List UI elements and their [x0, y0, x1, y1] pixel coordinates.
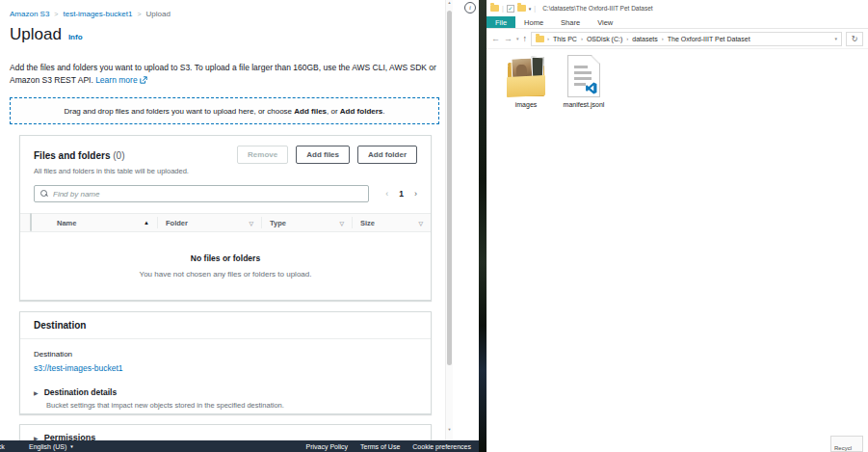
location-folder-icon: [536, 36, 544, 42]
add-folder-button[interactable]: Add folder: [357, 146, 417, 164]
files-panel-title: Files and folders (0): [34, 150, 124, 161]
address-separator-icon: ›: [581, 36, 583, 41]
tab-share[interactable]: Share: [552, 16, 589, 28]
address-segment-osdisk[interactable]: OSDisk (C:): [587, 36, 622, 42]
empty-state-subtitle: You have not chosen any files or folders…: [20, 270, 431, 279]
forward-icon[interactable]: →: [504, 35, 513, 43]
breadcrumb-separator-icon: >: [137, 11, 141, 17]
empty-state: No files or folders You have not chosen …: [20, 232, 431, 279]
page-number[interactable]: 1: [399, 189, 404, 199]
ribbon-tabs: File Home Share View: [487, 16, 868, 29]
destination-details-toggle[interactable]: ▶ Destination details: [34, 387, 417, 397]
info-icon[interactable]: i: [464, 2, 476, 13]
address-separator-icon: ›: [662, 36, 664, 41]
aws-page-content: Amazon S3 > test-images-bucket1 > Upload…: [0, 0, 445, 441]
column-header-size[interactable]: Size ▽: [352, 217, 431, 228]
column-header-folder[interactable]: Folder ▽: [157, 217, 261, 228]
explorer-file-list: images manifest.jsonl: [487, 49, 868, 435]
new-folder-icon[interactable]: [517, 5, 526, 12]
address-history-icon[interactable]: ▾: [834, 36, 837, 41]
images-folder-icon: [505, 54, 547, 98]
separator: |: [502, 5, 504, 12]
empty-state-title: No files or folders: [20, 253, 431, 263]
filter-icon: ▽: [249, 220, 253, 226]
learn-more-link[interactable]: Learn more: [95, 75, 137, 85]
language-selector[interactable]: English (US) ▼: [29, 443, 74, 450]
feedback-link[interactable]: Feedback: [0, 443, 5, 450]
pagination: ‹ 1 ›: [369, 189, 417, 199]
permissions-panel: ▶ Permissions: [19, 424, 432, 441]
filter-icon: ▽: [418, 220, 423, 226]
dropzone[interactable]: Drag and drop files and folders you want…: [10, 97, 439, 124]
info-link[interactable]: Info: [68, 33, 83, 41]
search-row: ‹ 1 ›: [34, 185, 417, 202]
aws-console-window: Amazon S3 > test-images-bucket1 > Upload…: [0, 0, 479, 452]
search-input[interactable]: [53, 190, 362, 199]
sort-ascending-icon: ▲: [144, 220, 149, 226]
item-label: images: [515, 101, 538, 108]
external-link-icon: [140, 75, 147, 88]
dropzone-text: Drag and drop files and folders you want…: [64, 107, 384, 116]
properties-icon[interactable]: ✓: [507, 5, 514, 13]
search-box[interactable]: [34, 185, 369, 202]
dropdown-arrow-icon: ▼: [69, 444, 73, 449]
refresh-button[interactable]: ↻: [846, 32, 863, 46]
remove-button[interactable]: Remove: [237, 146, 288, 164]
breadcrumb: Amazon S3 > test-images-bucket1 > Upload: [10, 10, 171, 18]
address-breadcrumb: › This PC › OSDisk (C:) › datasets › The…: [547, 36, 831, 42]
tab-view[interactable]: View: [589, 16, 621, 28]
address-separator-icon: ›: [547, 36, 549, 41]
info-rail: i: [453, 0, 479, 441]
destination-field-label: Destination: [34, 350, 417, 359]
page-title-row: Upload Info: [10, 25, 83, 44]
column-header-type[interactable]: Type ▽: [261, 217, 352, 228]
dogear-corner: [591, 56, 599, 65]
destination-bucket-link[interactable]: s3://test-images-bucket1: [34, 363, 417, 373]
address-segment-dataset-folder[interactable]: The Oxford-IIIT Pet Dataset: [668, 36, 750, 42]
search-icon: [40, 190, 48, 198]
files-panel-actions: Remove Add files Add folder: [237, 146, 417, 164]
destination-panel-title: Destination: [20, 312, 431, 339]
terms-of-use-link[interactable]: Terms of Use: [360, 443, 400, 450]
scrollbar-thumb[interactable]: [447, 11, 452, 365]
desktop-wallpaper-strip: [479, 0, 487, 452]
address-segment-datasets[interactable]: datasets: [632, 36, 657, 42]
page-prev-icon[interactable]: ‹: [385, 189, 388, 199]
destination-panel-body: Destination s3://test-images-bucket1 ▶ D…: [20, 339, 431, 410]
recent-locations-icon[interactable]: ▾: [516, 36, 519, 41]
cookie-preferences-link[interactable]: Cookie preferences: [412, 443, 471, 450]
address-segment-this-pc[interactable]: This PC: [553, 36, 577, 42]
vertical-scrollbar[interactable]: ▲ ▼: [445, 0, 453, 441]
separator: |: [534, 5, 536, 12]
up-icon[interactable]: ↑: [523, 35, 528, 43]
select-all-checkbox[interactable]: [30, 213, 32, 231]
add-files-button[interactable]: Add files: [296, 146, 350, 164]
item-label: manifest.jsonl: [564, 101, 605, 108]
list-item-images-folder[interactable]: images: [499, 54, 553, 108]
tab-home[interactable]: Home: [515, 16, 552, 28]
destination-panel: Destination Destination s3://test-images…: [19, 311, 432, 414]
files-panel-subtitle: All files and folders in this table will…: [20, 164, 431, 175]
files-and-folders-panel: Files and folders (0) Remove Add files A…: [19, 135, 432, 301]
tab-file[interactable]: File: [487, 16, 515, 28]
breadcrumb-separator-icon: >: [54, 11, 58, 17]
back-icon[interactable]: ←: [491, 35, 500, 43]
scroll-up-icon[interactable]: ▲: [446, 0, 453, 5]
filter-icon: ▽: [339, 220, 344, 226]
address-bar-row: ← → ▾ ↑ › This PC › OSDisk (C:) › datase…: [487, 29, 868, 49]
privacy-policy-link[interactable]: Privacy Policy: [305, 443, 348, 450]
refresh-icon: ↻: [852, 35, 858, 43]
breadcrumb-amazon-s3[interactable]: Amazon S3: [10, 10, 49, 18]
intro-text: Add the files and folders you want to up…: [10, 63, 436, 85]
table-header-row: Name ▲ Folder ▽ Type ▽ Size ▽: [20, 213, 431, 232]
files-panel-header: Files and folders (0) Remove Add files A…: [20, 136, 431, 164]
breadcrumb-bucket[interactable]: test-images-bucket1: [63, 10, 132, 18]
address-bar[interactable]: › This PC › OSDisk (C:) › datasets › The…: [531, 32, 842, 46]
scroll-down-icon[interactable]: ▼: [446, 427, 453, 432]
column-header-name[interactable]: Name ▲: [49, 217, 157, 228]
page-next-icon[interactable]: ›: [414, 189, 417, 199]
partial-window-fragment: Recycl: [830, 436, 863, 452]
customize-toolbar-icon[interactable]: ▾: [529, 6, 532, 12]
list-item-manifest-file[interactable]: manifest.jsonl: [558, 54, 610, 108]
destination-details-desc: Bucket settings that impact new objects …: [46, 401, 417, 410]
